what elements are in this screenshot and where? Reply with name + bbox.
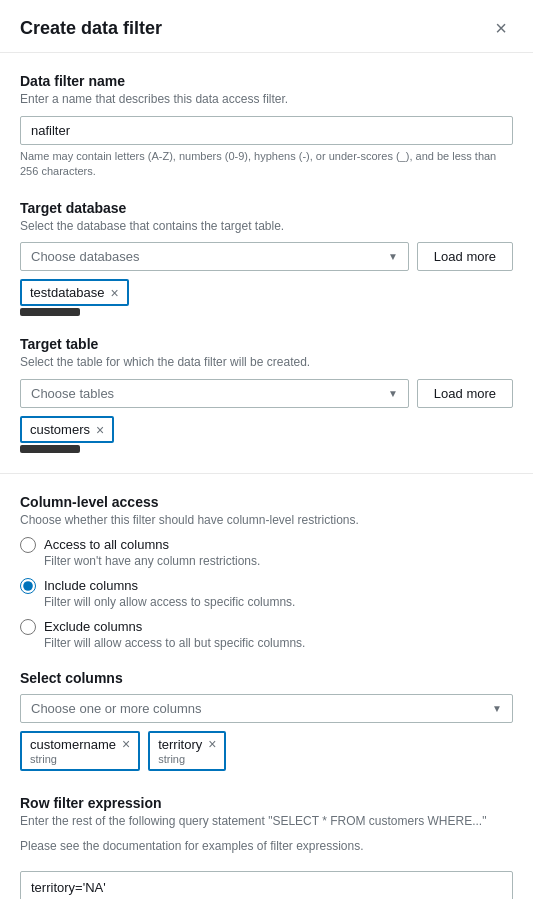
- database-dropdown[interactable]: Choose databases ▼: [20, 242, 409, 271]
- filter-name-hint: Name may contain letters (A-Z), numbers …: [20, 149, 513, 180]
- target-table-label: Target table: [20, 336, 513, 352]
- column-access-section: Column-level access Choose whether this …: [20, 494, 513, 650]
- column-tag-territory-name: territory: [158, 737, 202, 752]
- row-filter-section: Row filter expression Enter the rest of …: [20, 795, 513, 899]
- selected-columns-tags: customername × string territory × string: [20, 731, 513, 771]
- table-tag-name: customers: [30, 422, 90, 437]
- column-tag-customername-remove[interactable]: ×: [122, 737, 130, 751]
- column-tag-territory-remove[interactable]: ×: [208, 737, 216, 751]
- table-tag-remove[interactable]: ×: [96, 423, 104, 437]
- radio-include-columns-label: Include columns: [44, 578, 138, 593]
- filter-name-label: Data filter name: [20, 73, 513, 89]
- row-filter-desc2: Please see the documentation for example…: [20, 838, 513, 855]
- filter-name-input[interactable]: [20, 116, 513, 145]
- divider: [0, 473, 533, 474]
- column-tag-territory-type: string: [158, 753, 185, 765]
- database-selected-tag: testdatabase ×: [20, 279, 129, 306]
- table-selected-tag: customers ×: [20, 416, 114, 443]
- target-table-section: Target table Select the table for which …: [20, 336, 513, 453]
- target-table-desc: Select the table for which the data filt…: [20, 354, 513, 371]
- database-dropdown-arrow: ▼: [388, 251, 398, 262]
- table-dropdown-arrow: ▼: [388, 388, 398, 399]
- filter-name-section: Data filter name Enter a name that descr…: [20, 73, 513, 180]
- row-filter-label: Row filter expression: [20, 795, 513, 811]
- radio-exclude-columns-input[interactable]: [20, 619, 36, 635]
- column-access-desc: Choose whether this filter should have c…: [20, 512, 513, 529]
- create-data-filter-dialog: Create data filter × Data filter name En…: [0, 0, 533, 899]
- row-filter-desc1: Enter the rest of the following query st…: [20, 813, 513, 830]
- select-columns-label: Select columns: [20, 670, 513, 686]
- table-dropdown[interactable]: Choose tables ▼: [20, 379, 409, 408]
- database-row: Choose databases ▼ Load more: [20, 242, 513, 271]
- table-row: Choose tables ▼ Load more: [20, 379, 513, 408]
- column-tag-customername: customername × string: [20, 731, 140, 771]
- table-placeholder: Choose tables: [31, 386, 114, 401]
- radio-include-columns-input[interactable]: [20, 578, 36, 594]
- dialog-header: Create data filter ×: [0, 0, 533, 53]
- dialog-title: Create data filter: [20, 18, 162, 39]
- target-database-label: Target database: [20, 200, 513, 216]
- database-placeholder: Choose databases: [31, 249, 139, 264]
- database-load-more-button[interactable]: Load more: [417, 242, 513, 271]
- select-columns-section: Select columns Choose one or more column…: [20, 670, 513, 771]
- target-database-desc: Select the database that contains the ta…: [20, 218, 513, 235]
- database-tag-redacted: [20, 308, 80, 316]
- columns-dropdown-arrow: ▼: [492, 703, 502, 714]
- dialog-body: Data filter name Enter a name that descr…: [0, 53, 533, 899]
- radio-all-columns-desc: Filter won't have any column restriction…: [44, 554, 513, 568]
- column-tag-customername-type: string: [30, 753, 57, 765]
- database-tag-remove[interactable]: ×: [110, 286, 118, 300]
- close-button[interactable]: ×: [489, 16, 513, 40]
- radio-include-columns: Include columns Filter will only allow a…: [20, 578, 513, 609]
- target-database-section: Target database Select the database that…: [20, 200, 513, 317]
- radio-all-columns: Access to all columns Filter won't have …: [20, 537, 513, 568]
- columns-dropdown[interactable]: Choose one or more columns ▼: [20, 694, 513, 723]
- radio-all-columns-label: Access to all columns: [44, 537, 169, 552]
- radio-all-columns-input[interactable]: [20, 537, 36, 553]
- table-load-more-button[interactable]: Load more: [417, 379, 513, 408]
- columns-placeholder: Choose one or more columns: [31, 701, 202, 716]
- radio-exclude-columns-label: Exclude columns: [44, 619, 142, 634]
- radio-exclude-columns: Exclude columns Filter will allow access…: [20, 619, 513, 650]
- column-access-label: Column-level access: [20, 494, 513, 510]
- row-filter-textarea[interactable]: [20, 871, 513, 899]
- radio-exclude-columns-desc: Filter will allow access to all but spec…: [44, 636, 513, 650]
- filter-name-desc: Enter a name that describes this data ac…: [20, 91, 513, 108]
- database-tag-name: testdatabase: [30, 285, 104, 300]
- column-access-radio-group: Access to all columns Filter won't have …: [20, 537, 513, 650]
- column-tag-customername-name: customername: [30, 737, 116, 752]
- table-tag-redacted: [20, 445, 80, 453]
- radio-include-columns-desc: Filter will only allow access to specifi…: [44, 595, 513, 609]
- column-tag-territory: territory × string: [148, 731, 226, 771]
